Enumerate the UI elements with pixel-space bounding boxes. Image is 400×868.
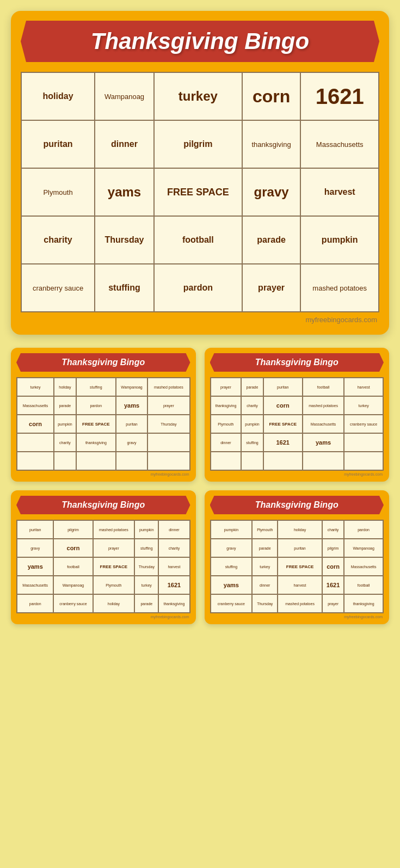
small-credit-2: myfreebingocards.com bbox=[16, 471, 190, 476]
table-row: FREE SPACE bbox=[76, 415, 116, 433]
table-row: Plymouth bbox=[21, 168, 95, 216]
table-row bbox=[344, 433, 383, 452]
website-credit: myfreebingocards.com bbox=[21, 312, 379, 325]
table-row: Plymouth bbox=[252, 520, 278, 539]
table-row: yams bbox=[303, 433, 344, 452]
small-banner-4: Thanksgiving Bingo bbox=[16, 496, 190, 514]
table-row: puritan bbox=[21, 120, 95, 168]
small-title-2: Thanksgiving Bingo bbox=[61, 358, 145, 367]
table-row: parade bbox=[54, 396, 76, 415]
table-row: 1621 bbox=[300, 72, 379, 120]
table-row: turkey bbox=[154, 72, 242, 120]
table-row: football bbox=[154, 216, 242, 264]
table-row: thanksgiving bbox=[158, 594, 189, 613]
small-card-5: Thanksgiving Bingo pumpkinPlymouthholida… bbox=[205, 490, 390, 624]
table-row: pumpkin bbox=[241, 415, 263, 433]
table-row: corn bbox=[242, 72, 301, 120]
main-bingo-grid: holidayWampanoagturkeycorn1621puritandin… bbox=[21, 72, 379, 312]
table-row: cranberry sauce bbox=[21, 264, 95, 312]
table-row: FREE SPACE bbox=[263, 415, 303, 433]
table-row: turkey bbox=[252, 557, 278, 576]
table-row: cranberry sauce bbox=[344, 415, 383, 433]
table-row: pardon bbox=[17, 594, 53, 613]
main-banner: Thanksgiving Bingo bbox=[21, 21, 379, 62]
table-row: parade bbox=[134, 594, 158, 613]
table-row: thanksgiving bbox=[344, 594, 383, 613]
table-row: thanksgiving bbox=[211, 396, 242, 415]
table-row: stuffing bbox=[211, 557, 253, 576]
table-row: charity bbox=[158, 539, 189, 557]
table-row: gravy bbox=[211, 539, 253, 557]
table-row: pumpkin bbox=[54, 415, 76, 433]
table-row: stuffing bbox=[76, 378, 116, 396]
table-row: Thursday bbox=[134, 557, 158, 576]
table-row: Thursday bbox=[252, 594, 278, 613]
table-row: parade bbox=[252, 539, 278, 557]
table-row bbox=[241, 452, 263, 470]
table-row: pardon bbox=[154, 264, 242, 312]
table-row: corn bbox=[322, 557, 344, 576]
table-row: Massachusetts bbox=[303, 415, 344, 433]
table-row bbox=[147, 433, 189, 452]
table-row: FREE SPACE bbox=[278, 557, 322, 576]
table-row: parade bbox=[241, 378, 263, 396]
table-row bbox=[211, 452, 242, 470]
table-row: corn bbox=[263, 396, 303, 415]
table-row: Wampanoag bbox=[95, 72, 154, 120]
small-credit-3: myfreebingocards.com bbox=[210, 471, 384, 476]
table-row: mashed potatoes bbox=[300, 264, 379, 312]
small-banner-3: Thanksgiving Bingo bbox=[210, 353, 384, 372]
table-row bbox=[147, 452, 189, 470]
table-row: Thursday bbox=[147, 415, 189, 433]
table-row: dinner bbox=[211, 433, 242, 452]
table-row: mashed potatoes bbox=[303, 396, 344, 415]
table-row: pumpkin bbox=[211, 520, 253, 539]
table-row: corn bbox=[17, 415, 54, 433]
table-row: Wampanoag bbox=[53, 576, 93, 594]
table-row: Massachusetts bbox=[300, 120, 379, 168]
table-row: FREE SPACE bbox=[93, 557, 135, 576]
table-row: Massachusetts bbox=[17, 396, 54, 415]
table-row: thanksgiving bbox=[242, 120, 301, 168]
table-row: 1621 bbox=[322, 576, 344, 594]
table-row: pilgrim bbox=[322, 539, 344, 557]
small-credit-4: myfreebingocards.com bbox=[16, 613, 190, 619]
table-row: dinner bbox=[95, 120, 154, 168]
table-row: harvest bbox=[344, 378, 383, 396]
table-row: thanksgiving bbox=[76, 433, 116, 452]
table-row: gravy bbox=[116, 433, 147, 452]
table-row: charity bbox=[21, 216, 95, 264]
table-row: stuffing bbox=[241, 433, 263, 452]
table-row: holiday bbox=[93, 594, 135, 613]
small-title-5: Thanksgiving Bingo bbox=[255, 500, 339, 509]
small-title-4: Thanksgiving Bingo bbox=[61, 500, 145, 509]
table-row: 1621 bbox=[263, 433, 303, 452]
table-row: pilgrim bbox=[154, 120, 242, 168]
table-row: prayer bbox=[211, 378, 242, 396]
main-title: Thanksgiving Bingo bbox=[91, 28, 309, 54]
small-banner-5: Thanksgiving Bingo bbox=[210, 496, 384, 514]
table-row: turkey bbox=[17, 378, 54, 396]
table-row: turkey bbox=[134, 576, 158, 594]
table-row: turkey bbox=[344, 396, 383, 415]
table-row: pardon bbox=[76, 396, 116, 415]
table-row: Wampanoag bbox=[116, 378, 147, 396]
table-row: pilgrim bbox=[53, 520, 93, 539]
table-row: Wampanoag bbox=[344, 539, 383, 557]
table-row: prayer bbox=[147, 396, 189, 415]
table-row bbox=[116, 452, 147, 470]
table-row: gravy bbox=[17, 539, 53, 557]
table-row: puritan bbox=[278, 539, 322, 557]
table-row: yams bbox=[95, 168, 154, 216]
small-card-3: Thanksgiving Bingo prayerparadepuritanfo… bbox=[205, 348, 390, 482]
small-grid-3: prayerparadepuritanfootballharvestthanks… bbox=[210, 377, 384, 471]
table-row: prayer bbox=[322, 594, 344, 613]
table-row: stuffing bbox=[95, 264, 154, 312]
table-row: puritan bbox=[17, 520, 53, 539]
table-row: Thursday bbox=[95, 216, 154, 264]
table-row: prayer bbox=[93, 539, 135, 557]
table-row: football bbox=[303, 378, 344, 396]
top-small-cards-row: Thanksgiving Bingo turkeyholidaystuffing… bbox=[11, 348, 389, 482]
table-row: Massachusetts bbox=[344, 557, 383, 576]
table-row: charity bbox=[322, 520, 344, 539]
